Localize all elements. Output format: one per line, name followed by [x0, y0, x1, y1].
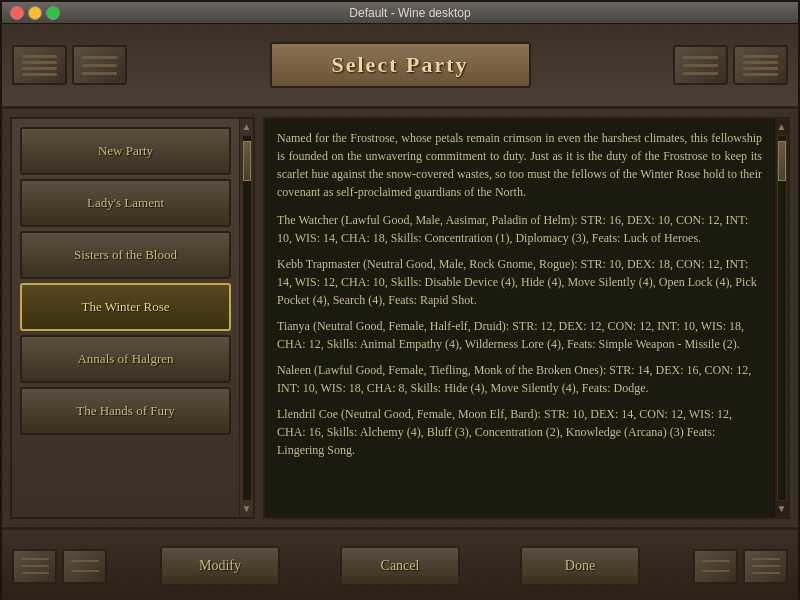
footer-deco-lines-1 — [21, 556, 49, 576]
party-button-ladys-lament[interactable]: Lady's Lament — [20, 179, 231, 227]
deco-line — [22, 67, 57, 70]
deco-line — [702, 570, 730, 572]
right-scroll-up[interactable]: ▲ — [776, 121, 788, 133]
title-bar: Default - Wine desktop — [2, 2, 798, 24]
scroll-track — [242, 135, 252, 501]
body-area: New PartyLady's LamentSisters of the Blo… — [2, 109, 798, 527]
deco-line — [743, 55, 778, 58]
deco-box-1 — [12, 45, 67, 85]
deco-box-4 — [733, 45, 788, 85]
deco-line — [82, 64, 117, 67]
deco-line — [71, 570, 99, 572]
description-intro: Named for the Frostrose, whose petals re… — [277, 129, 762, 201]
page-title: Select Party — [332, 52, 469, 78]
footer-deco-lines-2 — [71, 556, 99, 576]
deco-line — [752, 565, 780, 567]
left-panel: New PartyLady's LamentSisters of the Blo… — [10, 117, 255, 519]
deco-line — [743, 61, 778, 64]
deco-lines-2 — [82, 53, 117, 77]
deco-line — [702, 560, 730, 562]
footer-deco-box-3 — [693, 549, 738, 584]
modify-button[interactable]: Modify — [160, 546, 280, 586]
deco-lines-3 — [683, 53, 718, 77]
scroll-thumb — [243, 141, 251, 181]
deco-box-3 — [673, 45, 728, 85]
party-button-sisters-of-blood[interactable]: Sisters of the Blood — [20, 231, 231, 279]
footer-deco-box-2 — [62, 549, 107, 584]
character-description-0: The Watcher (Lawful Good, Male, Aasimar,… — [277, 211, 762, 247]
description-content: Named for the Frostrose, whose petals re… — [265, 119, 774, 517]
footer-deco-lines-4 — [752, 556, 780, 576]
cancel-button[interactable]: Cancel — [340, 546, 460, 586]
deco-line — [683, 64, 718, 67]
done-button[interactable]: Done — [520, 546, 640, 586]
footer-deco-box-4 — [743, 549, 788, 584]
footer-deco-box-1 — [12, 549, 57, 584]
scroll-up-arrow[interactable]: ▲ — [241, 121, 253, 133]
deco-line — [752, 572, 780, 574]
right-scrollbar[interactable]: ▲ ▼ — [774, 119, 788, 517]
character-description-3: Naleen (Lawful Good, Female, Tiefling, M… — [277, 361, 762, 397]
footer-left-decoration — [12, 549, 107, 584]
party-button-annals-halgren[interactable]: Annals of Halgren — [20, 335, 231, 383]
deco-line — [21, 565, 49, 567]
maximize-button[interactable] — [46, 6, 60, 20]
character-description-2: Tianya (Neutral Good, Female, Half-elf, … — [277, 317, 762, 353]
deco-line — [683, 72, 718, 75]
close-button[interactable] — [10, 6, 24, 20]
deco-lines-4 — [743, 53, 778, 77]
left-panel-wrapper: New PartyLady's LamentSisters of the Blo… — [12, 119, 253, 517]
deco-line — [22, 73, 57, 76]
character-description-1: Kebb Trapmaster (Neutral Good, Male, Roc… — [277, 255, 762, 309]
deco-lines-1 — [22, 53, 57, 77]
minimize-button[interactable] — [28, 6, 42, 20]
character-description-4: Llendril Coe (Neutral Good, Female, Moon… — [277, 405, 762, 459]
window: Default - Wine desktop — [0, 0, 800, 600]
footer-area: Modify Cancel Done — [2, 527, 798, 600]
deco-line — [752, 558, 780, 560]
main-content: Select Party — [2, 24, 798, 600]
deco-line — [22, 55, 57, 58]
deco-line — [683, 56, 718, 59]
deco-line — [82, 56, 117, 59]
party-button-hands-of-fury[interactable]: The Hands of Fury — [20, 387, 231, 435]
deco-line — [22, 61, 57, 64]
scroll-down-arrow[interactable]: ▼ — [241, 503, 253, 515]
footer-right-decoration — [693, 549, 788, 584]
header-right-decoration — [673, 45, 788, 85]
deco-line — [71, 560, 99, 562]
footer-deco-lines-3 — [702, 556, 730, 576]
party-list: New PartyLady's LamentSisters of the Blo… — [12, 119, 239, 517]
deco-box-2 — [72, 45, 127, 85]
deco-line — [743, 67, 778, 70]
right-scroll-track — [777, 135, 787, 501]
party-button-new-party[interactable]: New Party — [20, 127, 231, 175]
header-left-decoration — [12, 45, 127, 85]
left-scrollbar[interactable]: ▲ ▼ — [239, 119, 253, 517]
deco-line — [21, 572, 49, 574]
window-title: Default - Wine desktop — [349, 6, 470, 20]
right-scroll-thumb — [778, 141, 786, 181]
right-scroll-down[interactable]: ▼ — [776, 503, 788, 515]
deco-line — [82, 72, 117, 75]
right-panel: Named for the Frostrose, whose petals re… — [263, 117, 790, 519]
deco-line — [21, 558, 49, 560]
deco-line — [743, 73, 778, 76]
page-title-container: Select Party — [270, 42, 531, 88]
party-button-winter-rose[interactable]: The Winter Rose — [20, 283, 231, 331]
header-area: Select Party — [2, 24, 798, 109]
